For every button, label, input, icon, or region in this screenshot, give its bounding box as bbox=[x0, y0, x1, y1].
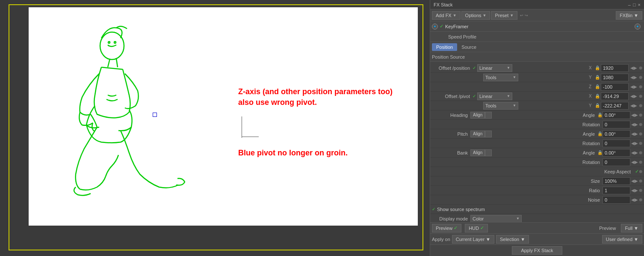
ratio-arrow[interactable]: ◀▶ bbox=[630, 188, 639, 193]
pivot-x-value[interactable]: -914.29 bbox=[601, 92, 629, 100]
offset-pivot-dropdown1[interactable]: Linear ▼ bbox=[477, 92, 512, 100]
heading-angle-arrow[interactable]: ◀▶ bbox=[630, 113, 639, 117]
z-extra-btn[interactable]: ⊕ bbox=[639, 84, 642, 89]
keep-aspect-extra[interactable]: ⊕ bbox=[639, 169, 642, 174]
bank-angle-extra[interactable]: ⊕ bbox=[639, 150, 642, 155]
heading-angle-extra[interactable]: ⊕ bbox=[639, 113, 642, 117]
apply-fx-stack-button[interactable]: Apply FX Stack bbox=[512, 246, 562, 255]
noise-row: Noise 0 ◀▶ ⊕ bbox=[430, 195, 644, 205]
ratio-value[interactable]: 1 bbox=[603, 187, 630, 194]
heading-group: Heading Align Angle 🔒 0.00° ◀▶ ⊕ Rotatio… bbox=[430, 110, 644, 129]
yz-group1: Y 🔒 1080 ◀▶ ⊕ bbox=[589, 74, 642, 81]
close-icon[interactable]: × bbox=[638, 2, 641, 7]
lock-icon-y[interactable]: 🔒 bbox=[595, 75, 600, 80]
display-mode-dropdown[interactable]: Color ▼ bbox=[470, 215, 522, 223]
speed-profile-row: Speed Profile bbox=[430, 32, 644, 42]
display-mode-row: Display mode Color ▼ bbox=[430, 214, 644, 222]
z-label: Z bbox=[589, 84, 594, 89]
pivot-y-extra[interactable]: ⊕ bbox=[639, 103, 642, 108]
offset-position-dropdown1[interactable]: Linear ▼ bbox=[477, 64, 512, 72]
noise-arrow[interactable]: ◀▶ bbox=[630, 197, 639, 202]
heading-rotation-value[interactable]: 0 bbox=[603, 121, 630, 128]
fx-content[interactable]: Offset /position ✓ Linear ▼ X 🔒 1920 ◀▶ … bbox=[430, 62, 644, 222]
tab-position[interactable]: Position bbox=[432, 43, 457, 51]
pivot-y-value[interactable]: -222.247 bbox=[601, 102, 629, 110]
pitch-check[interactable] bbox=[485, 131, 492, 137]
selection-button[interactable]: Selection ▼ bbox=[496, 235, 529, 244]
x-extra-btn[interactable]: ⊕ bbox=[639, 65, 642, 70]
offset-pivot-check: ✓ bbox=[473, 94, 476, 98]
add-fx-button[interactable]: Add FX ▼ bbox=[432, 11, 461, 20]
bank-angle-value[interactable]: 0.00° bbox=[603, 149, 630, 157]
pivot-x-extra[interactable]: ⊕ bbox=[639, 94, 642, 98]
heading-rotation-arrow[interactable]: ◀▶ bbox=[630, 122, 639, 127]
y-arrow-btn[interactable]: ◀▶ bbox=[629, 75, 638, 80]
y-extra-btn[interactable]: ⊕ bbox=[639, 75, 642, 80]
noise-value[interactable]: 0 bbox=[603, 196, 630, 204]
bank-check[interactable] bbox=[485, 149, 492, 156]
maximize-icon[interactable]: □ bbox=[633, 2, 636, 7]
pitch-angle-value[interactable]: 0.00° bbox=[603, 130, 630, 138]
keyframer-right-toggle[interactable]: ● bbox=[635, 24, 641, 30]
hud-check-icon: ✓ bbox=[480, 225, 484, 231]
y-value[interactable]: 1080 bbox=[601, 74, 629, 81]
ratio-label: Ratio bbox=[564, 188, 603, 193]
pivot-line-v bbox=[242, 116, 242, 138]
heading-check[interactable] bbox=[485, 112, 492, 119]
bank-rotation-arrow[interactable]: ◀▶ bbox=[630, 160, 639, 164]
bank-angle-arrow[interactable]: ◀▶ bbox=[630, 150, 639, 155]
pitch-lock[interactable]: 🔒 bbox=[597, 131, 603, 136]
full-arrow-icon: ▼ bbox=[634, 226, 638, 231]
x-value[interactable]: 1920 bbox=[601, 64, 629, 72]
pitch-rotation-value[interactable]: 0 bbox=[603, 140, 630, 147]
noise-extra[interactable]: ⊕ bbox=[639, 197, 642, 202]
bank-rotation-value[interactable]: 0 bbox=[603, 158, 630, 166]
fxbin-button[interactable]: FXBin ▼ bbox=[616, 11, 642, 20]
z-value[interactable]: -100 bbox=[601, 83, 629, 91]
preset-button[interactable]: Preset ▼ bbox=[491, 11, 517, 20]
size-value[interactable]: 100% bbox=[603, 177, 630, 185]
bank-rotation-extra[interactable]: ⊕ bbox=[639, 160, 642, 164]
pivot-y-arrow[interactable]: ◀▶ bbox=[629, 103, 638, 108]
heading-lock[interactable]: 🔒 bbox=[597, 113, 603, 117]
pitch-rotation-arrow[interactable]: ◀▶ bbox=[630, 141, 639, 146]
size-extra[interactable]: ⊕ bbox=[639, 179, 642, 183]
preview-button[interactable]: Preview ✓ bbox=[432, 224, 461, 232]
pivot-x-arrow[interactable]: ◀▶ bbox=[629, 94, 638, 98]
current-layer-button[interactable]: Current Layer ▼ bbox=[452, 235, 494, 244]
tab-source[interactable]: Source bbox=[457, 43, 481, 51]
offset-position-row3: Z 🔒 -100 ◀▶ ⊕ bbox=[430, 82, 644, 92]
undo-button[interactable]: ↩ bbox=[520, 13, 523, 18]
z-arrow-btn[interactable]: ◀▶ bbox=[629, 84, 638, 89]
heading-angle-value[interactable]: 0.00° bbox=[603, 111, 630, 119]
hud-button[interactable]: HUD ✓ bbox=[465, 224, 488, 232]
heading-align-button[interactable]: Align bbox=[470, 112, 485, 119]
pitch-align-button[interactable]: Align bbox=[470, 131, 485, 137]
dropdown1-arrow-icon: ▼ bbox=[507, 66, 510, 70]
redo-button[interactable]: ↪ bbox=[525, 13, 528, 18]
bank-align-button[interactable]: Align bbox=[470, 149, 485, 156]
pitch-rotation-extra[interactable]: ⊕ bbox=[639, 141, 642, 146]
pivot-lock-y[interactable]: 🔒 bbox=[595, 103, 600, 108]
lock-icon-x[interactable]: 🔒 bbox=[595, 65, 600, 70]
user-defined-button[interactable]: User defined ▼ bbox=[602, 235, 642, 244]
pivot-lock-x[interactable]: 🔒 bbox=[595, 94, 600, 98]
offset-position-dropdown2[interactable]: Tools ▼ bbox=[483, 74, 518, 81]
heading-rotation-extra[interactable]: ⊕ bbox=[639, 122, 642, 127]
pitch-angle-arrow[interactable]: ◀▶ bbox=[630, 131, 639, 136]
bank-lock[interactable]: 🔒 bbox=[597, 150, 603, 155]
pitch-angle-extra[interactable]: ⊕ bbox=[639, 131, 642, 136]
fx-titlebar-icons: – □ × bbox=[628, 2, 641, 7]
bank-label: Bank bbox=[432, 150, 470, 155]
ratio-extra[interactable]: ⊕ bbox=[639, 188, 642, 193]
offset-pivot-dropdown2[interactable]: Tools ▼ bbox=[483, 102, 518, 110]
keyframer-toggle[interactable]: ● bbox=[432, 24, 438, 30]
minimize-icon[interactable]: – bbox=[628, 2, 631, 7]
size-arrow[interactable]: ◀▶ bbox=[630, 179, 639, 183]
ratio-row: Ratio 1 ◀▶ ⊕ bbox=[430, 186, 644, 195]
svg-point-1 bbox=[108, 42, 110, 43]
lock-icon-z[interactable]: 🔒 bbox=[595, 84, 600, 89]
x-arrow-btn[interactable]: ◀▶ bbox=[629, 65, 638, 70]
options-button[interactable]: Options ▼ bbox=[461, 11, 490, 20]
full-button[interactable]: Full ▼ bbox=[621, 224, 642, 232]
